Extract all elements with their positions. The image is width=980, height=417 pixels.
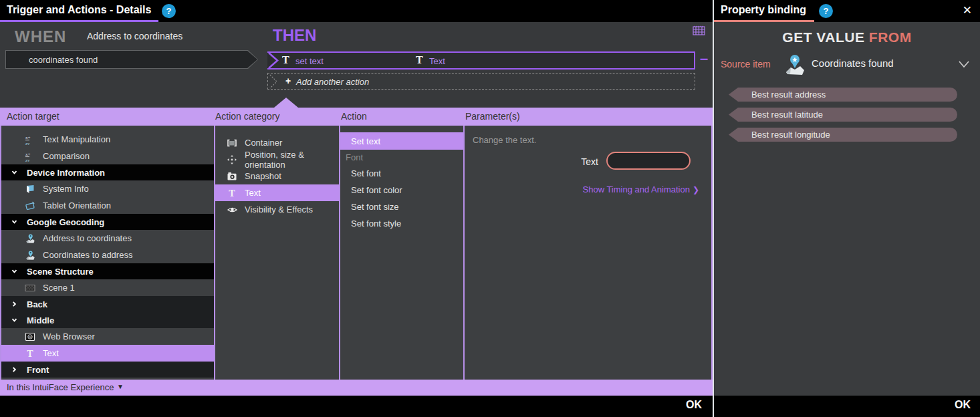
action-list: Set textFontSet fontSet font colorSet fo… (340, 126, 463, 380)
category-label: Visibility & Effects (245, 204, 313, 215)
tree-item-comparison[interactable]: x+zyComparison (1, 148, 214, 164)
text-action-icon: T (282, 54, 289, 66)
action-target-name: Text (429, 56, 445, 66)
tree-group-middle[interactable]: Middle (1, 312, 214, 328)
tree-item-text[interactable]: TText (1, 345, 214, 362)
tree-label: Text Manipulation (43, 134, 110, 144)
scope-selector[interactable]: In this IntuiFace Experience ▼ (0, 380, 713, 396)
action-set-font-size[interactable]: Set font size (340, 198, 463, 215)
chevron-down-icon (8, 167, 20, 178)
svg-text:zy: zy (25, 140, 30, 145)
action-set-font[interactable]: Set font (340, 165, 463, 182)
tree-group-device-information[interactable]: Device Information (1, 164, 214, 180)
category-position-size-orientation[interactable]: Position, size & orientation (215, 151, 339, 168)
property-pill-best-result-longitude[interactable]: Best result longitude (729, 128, 957, 142)
ok-button[interactable]: OK (686, 399, 702, 411)
tree-group-google-geocoding[interactable]: Google Geocoding (1, 214, 214, 230)
dropdown-arrow-icon: ▼ (117, 383, 124, 390)
timeline-grid-icon[interactable] (693, 25, 706, 36)
tree-label: Scene 1 (43, 283, 75, 293)
tree-item-text-manipulation[interactable]: x+zyText Manipulation (1, 131, 214, 148)
svg-text:x+: x+ (25, 152, 31, 157)
action-target-list: x+zyText Manipulationx+zyComparisonDevic… (1, 126, 214, 380)
tree-item-scene-1[interactable]: Scene 1 (1, 279, 214, 296)
svg-text:T: T (27, 349, 33, 359)
timing-animation-link[interactable]: Show Timing and Animation❯ (583, 184, 700, 194)
add-action-label: Add another action (296, 77, 369, 87)
trigger-source-label: Address to coordinates (87, 31, 182, 41)
tree-label: Text (43, 348, 59, 358)
binding-title: Property binding (721, 4, 806, 16)
tree-item-address-to-coordinates[interactable]: Address to coordinates (1, 230, 214, 247)
category-container[interactable]: Container (215, 134, 339, 151)
category-label: Text (245, 188, 261, 198)
tree-group-back[interactable]: Back (1, 296, 214, 312)
when-label: WHEN (15, 27, 66, 46)
scene-icon (24, 283, 36, 293)
category-label: Position, size & orientation (245, 150, 339, 170)
tree-label: Web Browser (43, 331, 95, 341)
category-label: Snapshot (245, 171, 281, 181)
tree-label: Scene Structure (27, 267, 94, 277)
trigger-summary-zone: WHEN Address to coordinates coordinates … (0, 22, 713, 108)
property-pill-best-result-latitude[interactable]: Best result latitude (729, 108, 957, 122)
parameter-description: Change the text. (473, 135, 536, 145)
chevron-down-icon (8, 266, 20, 277)
source-item-label: Source item (721, 59, 771, 70)
help-icon[interactable]: ? (162, 4, 176, 18)
chevron-down-icon (8, 315, 20, 325)
category-visibility-effects[interactable]: Visibility & Effects (215, 201, 339, 218)
tree-label: Back (27, 299, 47, 309)
trigger-event-select[interactable]: coordinates found (5, 50, 258, 69)
tree-group-front[interactable]: Front (1, 362, 214, 378)
action-name: set text (295, 56, 324, 66)
chevron-right-icon (8, 299, 20, 309)
chevron-down-icon (8, 217, 20, 227)
action-set-font-color[interactable]: Set font color (340, 182, 463, 198)
tablet-orientation-icon (24, 200, 36, 211)
then-label: THEN (273, 26, 316, 45)
trigger-actions-window: Trigger and Actions - Details ? WHEN Add… (0, 0, 713, 417)
container-icon (226, 138, 238, 148)
binding-title-underline (714, 20, 814, 22)
tree-item-system-info[interactable]: System Info (1, 180, 214, 197)
parameters-panel: Change the text. Text Show Timing and An… (465, 126, 711, 380)
action-row-chevron-icon (268, 52, 280, 72)
trigger-source: Address to coordinates (70, 31, 182, 41)
geocoding-icon (24, 250, 36, 261)
action-set-text[interactable]: Set text (340, 132, 463, 150)
svg-text:x+: x+ (25, 135, 31, 140)
category-snapshot[interactable]: Snapshot (215, 168, 339, 184)
plus-icon: + (285, 76, 291, 86)
panels: x+zyText Manipulationx+zyComparisonDevic… (0, 126, 713, 380)
tree-item-web-browser[interactable]: wWeb Browser (1, 328, 214, 345)
chevron-down-icon[interactable] (956, 56, 972, 75)
svg-text:T: T (229, 188, 235, 198)
geocoding-icon (11, 54, 23, 65)
property-binding-panel: Property binding ? ✕ GET VALUE FROM Sour… (714, 0, 980, 417)
tree-label: Tablet Orientation (43, 200, 111, 211)
binding-titlebar: Property binding ? ✕ (714, 0, 980, 22)
chevron-right-icon: ❯ (693, 185, 699, 194)
add-another-action-button[interactable]: + Add another action (267, 73, 695, 90)
titlebar: Trigger and Actions - Details ? (0, 0, 713, 22)
help-icon[interactable]: ? (819, 4, 833, 18)
remove-action-button[interactable]: – (700, 50, 708, 67)
source-item-select[interactable]: Source item Coordinates found (714, 52, 980, 76)
property-pill-best-result-address[interactable]: Best result address (729, 88, 957, 102)
text-value-input[interactable] (606, 152, 691, 170)
then-action-row[interactable]: T set text T Text (267, 51, 695, 70)
visibility-icon (226, 204, 238, 215)
tree-item-coordinates-to-address[interactable]: Coordinates to address (1, 247, 214, 263)
tree-group-scene-structure[interactable]: Scene Structure (1, 263, 214, 279)
action-set-font-style[interactable]: Set font style (340, 215, 463, 232)
category-label: Container (245, 138, 282, 148)
ok-button[interactable]: OK (955, 399, 971, 411)
close-icon[interactable]: ✕ (963, 3, 972, 17)
category-text[interactable]: TText (215, 184, 339, 201)
tree-label: System Info (43, 184, 89, 194)
tree-label: Comparison (43, 151, 90, 161)
tree-label: Middle (27, 315, 54, 325)
tree-item-tablet-orientation[interactable]: Tablet Orientation (1, 197, 214, 214)
tree-label: Google Geocoding (27, 217, 104, 227)
